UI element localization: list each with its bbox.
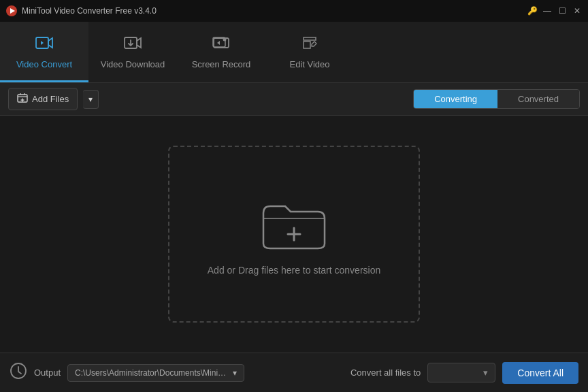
svg-point-6 — [223, 37, 227, 41]
convert-all-button[interactable]: Convert All — [502, 362, 578, 384]
maximize-btn[interactable]: ☐ — [557, 5, 568, 16]
drop-text: Add or Drag files here to start conversi… — [208, 265, 380, 276]
settings-btn[interactable]: 🔑 — [527, 5, 538, 16]
nav-label-video-download: Video Download — [101, 59, 165, 69]
add-files-button[interactable]: Add Files — [8, 88, 78, 110]
format-dropdown[interactable]: ▾ — [427, 363, 495, 382]
format-dropdown-chevron-icon: ▾ — [483, 368, 488, 378]
nav-item-video-convert[interactable]: Video Convert — [0, 22, 88, 82]
dropdown-chevron-icon: ▾ — [88, 95, 93, 104]
output-path-selector[interactable]: C:\Users\Administrator\Documents\MiniToo… — [67, 364, 244, 382]
video-convert-icon — [35, 33, 54, 55]
main-content: Add or Drag files here to start conversi… — [0, 116, 588, 353]
video-download-icon — [123, 33, 142, 55]
title-bar: MiniTool Video Converter Free v3.4.0 🔑 —… — [0, 0, 588, 22]
nav-label-edit-video: Edit Video — [289, 59, 329, 69]
nav-item-edit-video[interactable]: Edit Video — [265, 22, 354, 82]
output-label: Output — [34, 368, 61, 378]
screen-record-icon — [212, 33, 231, 55]
nav-item-screen-record[interactable]: Screen Record — [177, 22, 265, 82]
nav-bar: Video Convert Video Download Screen Reco… — [0, 22, 588, 83]
folder-icon — [257, 193, 331, 254]
edit-video-icon — [300, 33, 319, 55]
output-path-chevron-icon: ▾ — [233, 368, 237, 378]
add-files-icon — [17, 93, 28, 105]
drop-zone[interactable]: Add or Drag files here to start conversi… — [168, 146, 420, 323]
svg-rect-4 — [214, 38, 229, 48]
close-btn[interactable]: ✕ — [572, 5, 583, 16]
clock-icon — [10, 362, 27, 384]
tab-converting-button[interactable]: Converting — [414, 90, 497, 108]
output-path-text: C:\Users\Administrator\Documents\MiniToo… — [75, 368, 229, 378]
app-logo-icon — [5, 5, 18, 17]
maximize-icon: ☐ — [559, 6, 566, 16]
minimize-icon: — — [543, 6, 551, 16]
window-controls: 🔑 — ☐ ✕ — [527, 5, 583, 16]
close-icon: ✕ — [574, 6, 581, 16]
tab-converted-button[interactable]: Converted — [497, 90, 579, 108]
toolbar: Add Files ▾ Converting Converted — [0, 83, 588, 116]
nav-label-video-convert: Video Convert — [16, 59, 72, 69]
bottom-bar: Output C:\Users\Administrator\Documents\… — [0, 353, 588, 392]
convert-all-files-to-label: Convert all files to — [350, 368, 421, 378]
tab-toggle: Converting Converted — [413, 89, 580, 109]
settings-icon: 🔑 — [527, 6, 538, 16]
add-files-label: Add Files — [32, 94, 69, 104]
app-title: MiniTool Video Converter Free v3.4.0 — [22, 6, 157, 16]
nav-item-video-download[interactable]: Video Download — [88, 22, 177, 82]
title-bar-left: MiniTool Video Converter Free v3.4.0 — [5, 5, 157, 17]
minimize-btn[interactable]: — — [542, 5, 553, 16]
add-files-dropdown-button[interactable]: ▾ — [83, 90, 99, 109]
nav-label-screen-record: Screen Record — [192, 59, 251, 69]
